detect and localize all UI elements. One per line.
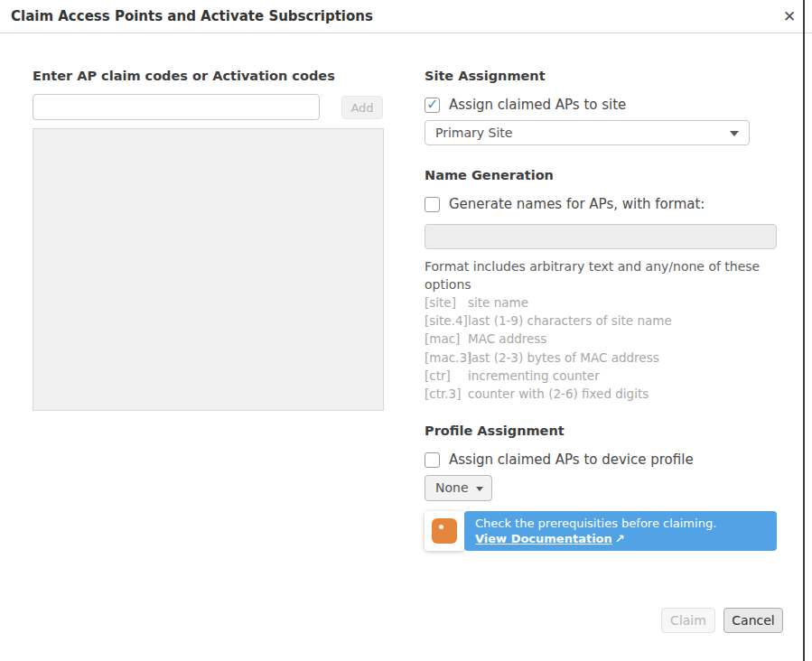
assign-site-checkbox[interactable] [425, 98, 440, 113]
assign-site-label: Assign claimed APs to site [449, 97, 626, 113]
claim-codes-heading: Enter AP claim codes or Activation codes [33, 69, 335, 83]
format-option-row: [mac.3] last (2-3) bytes of MAC address [425, 349, 777, 367]
format-description: MAC address [468, 331, 777, 346]
format-note: Format includes arbitrary text and any/n… [425, 257, 768, 293]
format-option-row: [site] site name [425, 293, 777, 312]
cancel-button[interactable]: Cancel [723, 608, 783, 633]
site-select[interactable]: Primary Site [425, 120, 750, 145]
generate-names-label: Generate names for APs, with format: [449, 196, 705, 212]
dialog-titlebar: Claim Access Points and Activate Subscri… [0, 0, 812, 33]
generate-names-checkbox[interactable] [425, 197, 440, 212]
format-token: [ctr.3] [425, 386, 468, 401]
format-token: [site.4] [425, 313, 468, 328]
format-options-list: [site] site name [site.4] last (1-9) cha… [425, 293, 777, 403]
format-description: site name [468, 295, 777, 310]
format-option-row: [site.4] last (1-9) characters of site n… [425, 312, 777, 330]
format-description: last (2-3) bytes of MAC address [468, 350, 777, 365]
assign-profile-checkrow: Assign claimed APs to device profile [425, 452, 694, 468]
close-icon[interactable]: ✕ [779, 6, 799, 26]
chevron-down-icon [730, 131, 739, 136]
banner-message: Check the prerequisities before claiming… [475, 516, 766, 531]
mist-logo-icon [432, 518, 457, 544]
assign-site-checkrow: Assign claimed APs to site [425, 97, 626, 113]
claim-aps-dialog: Claim Access Points and Activate Subscri… [0, 0, 812, 661]
chevron-down-icon [476, 487, 483, 491]
name-generation-heading: Name Generation [425, 168, 554, 182]
format-option-row: [mac] MAC address [425, 330, 777, 348]
banner-icon-card [425, 511, 464, 551]
format-description: last (1-9) characters of site name [468, 313, 777, 328]
format-description: counter with (2-6) fixed digits [468, 386, 777, 401]
format-option-row: [ctr] incrementing counter [425, 367, 777, 385]
format-token: [site] [425, 295, 468, 310]
external-link-icon: ↗ [615, 532, 625, 545]
site-assignment-heading: Site Assignment [425, 69, 546, 83]
profile-assignment-heading: Profile Assignment [425, 424, 565, 438]
format-option-row: [ctr.3] counter with (2-6) fixed digits [425, 385, 777, 403]
claim-button[interactable]: Claim [661, 608, 715, 633]
page-edge-divider [803, 0, 805, 661]
format-description: incrementing counter [468, 368, 777, 383]
generate-names-checkrow: Generate names for APs, with format: [425, 196, 705, 212]
format-token: [ctr] [425, 368, 468, 383]
dialog-title: Claim Access Points and Activate Subscri… [11, 0, 373, 33]
device-profile-select[interactable]: None [425, 475, 492, 501]
assign-profile-label: Assign claimed APs to device profile [449, 452, 694, 468]
claim-code-input[interactable] [33, 94, 320, 120]
format-token: [mac] [425, 331, 468, 346]
claim-codes-list [33, 128, 384, 411]
assign-profile-checkbox[interactable] [425, 452, 440, 468]
view-documentation-link[interactable]: View Documentation [475, 532, 612, 545]
prerequisites-banner: Check the prerequisities before claiming… [425, 511, 777, 551]
banner-link-row: View Documentation↗ [475, 531, 766, 546]
add-button[interactable]: Add [341, 96, 383, 119]
name-format-input[interactable] [425, 224, 777, 249]
device-profile-select-value: None [435, 476, 469, 499]
banner-body: Check the prerequisities before claiming… [464, 511, 777, 551]
site-select-value: Primary Site [435, 121, 512, 144]
format-token: [mac.3] [425, 350, 468, 365]
